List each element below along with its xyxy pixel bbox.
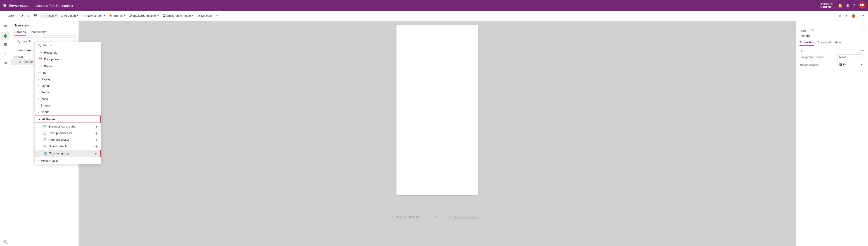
toolbar-divider-2 [40,13,41,19]
bell-icon[interactable]: 🔔 [837,2,843,8]
toolbar-divider-1 [17,13,18,19]
icons-category-chevron-icon: › [38,98,39,100]
insert-category-input[interactable]: › Input [35,69,101,76]
share-button[interactable]: ↑ [844,13,849,19]
new-screen-icon: 📄 [82,14,86,18]
sidebar-tree-icon[interactable]: 🌲 [1,32,9,40]
insert-button[interactable]: + Insert ▾ [42,13,58,19]
theme-button[interactable]: 🎨 Theme ▾ [107,13,127,18]
props-fill-row: Fill ✏ [800,49,864,53]
expand-chevron-icon: ▾ [863,14,864,17]
sidebar-insert-icon[interactable]: + [1,50,9,58]
insert-category-mixed-reality[interactable]: › Mixed Reality [35,157,101,164]
tree-panel-header: Tree view [11,21,79,29]
canvas-area: Add an item from the Insert pane or conn… [79,21,796,246]
add-data-button[interactable]: ⊞ Add data ▾ [59,13,80,18]
tree-new-screen-button[interactable]: + New screen ▾ [13,48,37,53]
image-position-chevron-icon: ▾ [861,63,862,66]
theme-icon: 🎨 [109,14,113,18]
ai-builder-chevron-icon: ▾ [39,118,40,121]
props-tab-properties[interactable]: Properties [800,39,814,46]
settings-button[interactable]: ⚙ Settings [196,13,214,18]
fill-edit-icon[interactable]: ✏ [862,49,864,53]
insert-category-layout[interactable]: › Layout [35,83,101,89]
bg-image-chevron-icon: ▾ [192,14,193,17]
settings-icon: ⚙ [197,14,200,18]
bg-color-chevron-icon: ▾ [157,14,158,17]
props-section: Fill ✏ Background image None ▾ Image pos… [796,46,868,72]
props-tab-ideas[interactable]: Ideas [834,39,841,46]
tree-item-app-icon: □ [14,55,16,58]
back-button[interactable]: ← Back [2,13,16,18]
insert-item-rectangle[interactable]: ▭ Rectangle [35,49,101,56]
grid-icon: ⊞ [3,3,6,8]
insert-category-media[interactable]: › Media [35,89,101,96]
bg-image-icon: 🖼 [163,14,165,18]
props-image-position-dropdown[interactable]: 🖼 Fit ▾ [837,62,864,67]
props-fill-label: Fill [800,49,803,53]
fill-color-swatch[interactable] [857,49,861,53]
button-icon: ☐ [38,64,42,68]
tab-components[interactable]: Components [30,29,46,35]
insert-category-icons[interactable]: › Icons [35,96,101,102]
insert-category-charts[interactable]: › Charts [35,109,101,115]
form-premium-icon: ◈ [95,138,97,141]
plus-icon: + [44,14,46,18]
props-bg-image-dropdown[interactable]: None ▾ [837,54,864,60]
insert-item-button[interactable]: ☐ Button [35,63,101,69]
main-area: ☰ 🌲 🗄 + ⊞ 🔍 Tree view Screens Components… [0,21,868,246]
form-icon: 📋 [43,138,47,141]
insert-category-ai-builder[interactable]: ▾ AI Builder [35,116,101,123]
question-icon[interactable]: ? [852,2,856,8]
sidebar-data-icon[interactable]: 🗄 [1,41,9,49]
insert-sub-item-form[interactable]: 📋 Form processor ◈ [35,136,101,143]
props-bg-image-label: Background image [800,55,824,59]
insert-search-box[interactable]: 🔍 [35,42,101,49]
save-icon: 💾 [34,14,37,18]
props-info-icon: ⓘ [811,29,814,33]
insert-category-shapes[interactable]: › Shapes [35,102,101,109]
mixed-reality-chevron-icon: › [38,159,39,162]
insert-search-icon: 🔍 [37,43,41,47]
more-button[interactable]: ··· [214,13,222,19]
sidebar-search-icon[interactable]: 🔍 [1,238,9,246]
tab-screens[interactable]: Screens [14,29,26,35]
insert-sub-item-text-recognizer[interactable]: 🔤 Text recognizer ◈ [35,150,101,157]
undo-icon: ↺ [21,14,23,18]
panel-collapse-button[interactable]: › [862,22,866,27]
background-color-button[interactable]: 🖌 Background color ▾ [127,13,160,18]
avatar[interactable]: DB [859,2,865,8]
insert-sub-item-object-detector[interactable]: 🔍 Object detector ◈ [35,143,101,150]
insert-item-date-picker[interactable]: 📅 Date picker [35,56,101,63]
redo-button[interactable]: ↻ [25,13,31,18]
sidebar-components-icon[interactable]: ⊞ [1,59,9,67]
publish-button[interactable]: 📤 [850,13,857,19]
background-image-button[interactable]: 🖼 Background image ▾ [161,13,195,18]
insert-category-display[interactable]: › Display [35,76,101,83]
canvas-screen [397,25,478,195]
insert-sub-item-business-card[interactable]: 🪪 Business card reader ◈ [35,123,101,130]
business-card-premium-icon: ◈ [95,125,97,128]
undo-button[interactable]: ↺ [19,13,25,18]
add-data-icon: ⊞ [61,14,63,18]
more-icon: ··· [216,14,220,18]
sidebar-menu-icon[interactable]: ☰ [1,23,9,31]
shapes-category-chevron-icon: › [38,104,39,107]
tree-search-icon: 🔍 [17,39,20,43]
preview-button[interactable]: ▷ [837,13,844,19]
expand-button[interactable]: ⤢ ▾ [858,13,866,18]
canvas-placeholder: Add an item from the Insert pane or conn… [396,215,478,219]
environment-info: Environment AI Builder [819,3,833,8]
props-tab-advanced[interactable]: Advanced [817,39,831,46]
object-detector-premium-icon: ◈ [95,145,97,148]
save-button[interactable]: 💾 [32,13,39,18]
environment-name: AI Builder [819,5,833,8]
redo-icon: ↻ [27,14,30,18]
titlebar: ⊞ Power Apps | Contoso Text Recognizer E… [0,0,868,11]
new-screen-button[interactable]: 📄 New screen ▾ [81,13,107,18]
insert-search-input[interactable] [42,43,98,47]
date-picker-icon: 📅 [38,57,42,61]
object-detector-icon: 🔍 [43,145,47,148]
gear-icon[interactable]: ⚙ [845,2,850,8]
insert-sub-item-receipt[interactable]: 🧾 Receipt processor ◈ [35,130,101,136]
